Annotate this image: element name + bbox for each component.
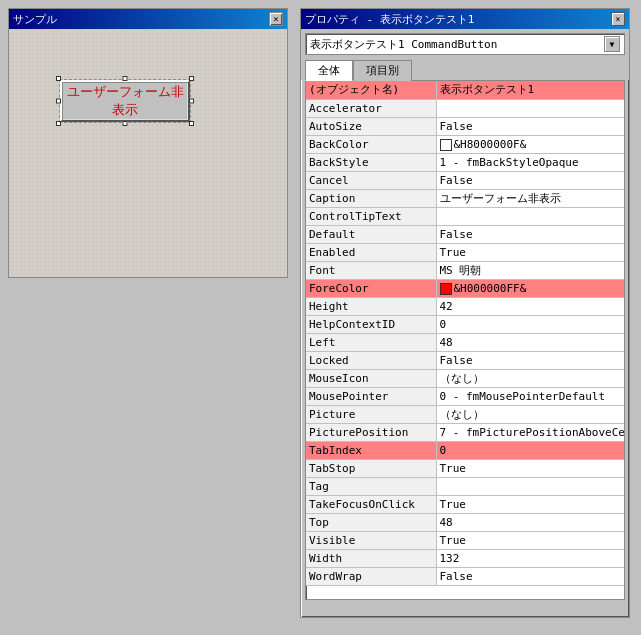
property-value: False [436,351,625,369]
property-name: Picture [306,405,436,423]
property-name: Cancel [306,171,436,189]
table-row[interactable]: EnabledTrue [306,243,625,261]
property-value: False [436,171,625,189]
properties-title: プロパティ - 表示ボタンテスト1 [305,12,475,27]
property-name: TakeFocusOnClick [306,495,436,513]
property-name: TabIndex [306,441,436,459]
table-row[interactable]: (オブジェクト名)表示ボタンテスト1 [306,81,625,99]
tab-category[interactable]: 項目別 [353,60,412,81]
table-row[interactable]: Captionユーザーフォーム非表示 [306,189,625,207]
property-value: 表示ボタンテスト1 [436,81,625,99]
property-name: TabStop [306,459,436,477]
table-row[interactable]: AutoSizeFalse [306,117,625,135]
properties-header: 表示ボタンテスト1 CommandButton ▼ [301,29,629,57]
property-name: BackColor [306,135,436,153]
property-value: 0 [436,441,625,459]
property-name: HelpContextID [306,315,436,333]
properties-panel: プロパティ - 表示ボタンテスト1 × 表示ボタンテスト1 CommandBut… [300,8,630,618]
property-value [436,99,625,117]
property-name: Enabled [306,243,436,261]
table-row[interactable]: BackStyle1 - fmBackStyleOpaque [306,153,625,171]
property-value: 7 - fmPicturePositionAboveCenter [436,423,625,441]
form-button-wrapper: ユーザーフォーム非表示 [59,79,191,123]
dropdown-arrow-icon[interactable]: ▼ [604,36,620,52]
property-name: Visible [306,531,436,549]
table-row[interactable]: Left48 [306,333,625,351]
table-row[interactable]: Height42 [306,297,625,315]
table-row[interactable]: Tag [306,477,625,495]
property-value: 0 [436,315,625,333]
object-name: 表示ボタンテスト1 CommandButton [310,37,497,52]
property-value: 1 - fmBackStyleOpaque [436,153,625,171]
table-row[interactable]: TakeFocusOnClickTrue [306,495,625,513]
property-name: Top [306,513,436,531]
color-swatch-icon [440,283,452,295]
sample-title: サンプル [13,12,57,27]
property-value: ユーザーフォーム非表示 [436,189,625,207]
table-row[interactable]: MouseIcon（なし） [306,369,625,387]
table-row[interactable]: LockedFalse [306,351,625,369]
object-dropdown[interactable]: 表示ボタンテスト1 CommandButton ▼ [305,33,625,55]
table-row[interactable]: Picture（なし） [306,405,625,423]
table-row[interactable]: BackColor&H8000000F& [306,135,625,153]
table-row[interactable]: TabStopTrue [306,459,625,477]
property-name: Locked [306,351,436,369]
property-name: AutoSize [306,117,436,135]
property-value [436,207,625,225]
properties-close-button[interactable]: × [611,12,625,26]
property-value: 42 [436,297,625,315]
property-name: Tag [306,477,436,495]
property-value: True [436,459,625,477]
table-row[interactable]: VisibleTrue [306,531,625,549]
property-name: Font [306,261,436,279]
property-name: Height [306,297,436,315]
property-value [436,477,625,495]
property-name: MouseIcon [306,369,436,387]
properties-table-container[interactable]: (オブジェクト名)表示ボタンテスト1AcceleratorAutoSizeFal… [305,80,625,600]
property-value: False [436,567,625,585]
vba-button[interactable]: ユーザーフォーム非表示 [60,80,190,122]
table-row[interactable]: HelpContextID0 [306,315,625,333]
table-row[interactable]: CancelFalse [306,171,625,189]
tab-all[interactable]: 全体 [305,60,353,81]
property-name: Left [306,333,436,351]
table-row[interactable]: ForeColor&H000000FF& [306,279,625,297]
property-value: False [436,225,625,243]
property-value: False [436,117,625,135]
table-row[interactable]: DefaultFalse [306,225,625,243]
table-row[interactable]: Width132 [306,549,625,567]
property-name: Default [306,225,436,243]
property-value: 132 [436,549,625,567]
property-value: &H8000000F& [436,135,625,153]
property-name: (オブジェクト名) [306,81,436,99]
property-value: 48 [436,333,625,351]
sample-titlebar: サンプル × [9,9,287,29]
properties-table: (オブジェクト名)表示ボタンテスト1AcceleratorAutoSizeFal… [306,81,625,586]
table-row[interactable]: Top48 [306,513,625,531]
property-value: True [436,243,625,261]
sample-content: ユーザーフォーム非表示 [9,29,287,277]
table-row[interactable]: Accelerator [306,99,625,117]
table-row[interactable]: ControlTipText [306,207,625,225]
property-value: &H000000FF& [436,279,625,297]
property-name: Caption [306,189,436,207]
table-row[interactable]: MousePointer0 - fmMousePointerDefault [306,387,625,405]
property-name: MousePointer [306,387,436,405]
properties-tabs: 全体 項目別 [301,57,629,80]
table-row[interactable]: PicturePosition7 - fmPicturePositionAbov… [306,423,625,441]
property-name: WordWrap [306,567,436,585]
property-name: PicturePosition [306,423,436,441]
property-name: BackStyle [306,153,436,171]
property-value: （なし） [436,405,625,423]
sample-close-button[interactable]: × [269,12,283,26]
property-value: True [436,531,625,549]
property-value: （なし） [436,369,625,387]
property-name: Width [306,549,436,567]
table-row[interactable]: TabIndex0 [306,441,625,459]
table-row[interactable]: FontMS 明朝 [306,261,625,279]
sample-window: サンプル × ユーザーフォーム非表示 [8,8,288,278]
property-value: True [436,495,625,513]
table-row[interactable]: WordWrapFalse [306,567,625,585]
property-name: ControlTipText [306,207,436,225]
property-value: MS 明朝 [436,261,625,279]
